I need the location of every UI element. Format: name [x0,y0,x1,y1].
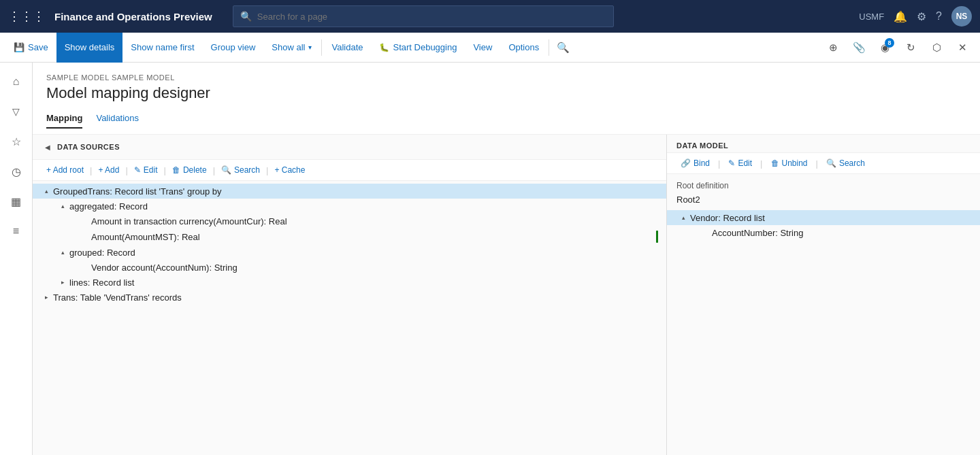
grid-icon[interactable]: ⋮⋮⋮ [8,9,45,24]
sidebar-item-recent[interactable]: ◷ [3,158,30,185]
dm-edit-icon: ✎ [728,158,735,168]
start-debugging-button[interactable]: 🐛 Start Debugging [371,33,465,63]
open-new-icon[interactable]: ⬡ [924,35,949,60]
save-button[interactable]: 💾 Save [5,33,56,63]
ds-toolbar: + Add root | + Add | ✎ Edit | 🗑 Delete [33,159,666,181]
bookmark-icon[interactable]: 📎 [847,35,871,60]
show-name-button[interactable]: Show name first [122,33,202,63]
tree-item-grouped-trans[interactable]: ▴ GroupedTrans: Record list 'Trans' grou… [33,184,666,199]
sidebar: ⌂ ▽ ☆ ◷ ▦ ≡ [0,63,33,455]
dm-tree-label-account-number: AccountNumber: String [712,228,980,238]
sidebar-item-workspace[interactable]: ▦ [3,188,30,215]
tree-label-grouped-trans: GroupedTrans: Record list 'Trans' group … [53,186,666,197]
expand-icon-grouped-trans[interactable]: ▴ [41,186,52,197]
chevron-down-icon: ▾ [308,44,312,51]
validate-button[interactable]: Validate [323,33,371,63]
mapping-content: ◀ DATA SOURCES + Add root | + Add | ✎ Ed… [33,135,980,455]
connect-icon[interactable]: ⊕ [821,35,845,60]
dm-tree-item-account-number[interactable]: ▸ AccountNumber: String [667,225,980,240]
toolbar-divider-1 [321,39,322,56]
tab-mapping[interactable]: Mapping [46,109,82,129]
top-nav-right: USMF 🔔 ⚙ ? NS [859,6,972,27]
badge-button[interactable]: ◉ 8 [872,35,897,60]
debug-icon: 🐛 [379,43,389,52]
search-input[interactable] [257,12,606,22]
sidebar-item-filter[interactable]: ▽ [3,98,30,125]
unbind-icon: 🗑 [771,158,779,168]
expand-icon-aggregated[interactable]: ▴ [57,201,68,212]
close-icon[interactable]: ✕ [950,35,975,60]
tree-item-trans[interactable]: ▸ Trans: Table 'VendTrans' records [33,290,666,305]
breadcrumb: SAMPLE MODEL SAMPLE MODEL [46,73,966,82]
binding-indicator [656,231,658,243]
options-button[interactable]: Options [500,33,547,63]
dm-panel-title: DATA MODEL [667,135,980,152]
sidebar-item-modules[interactable]: ≡ [3,218,30,245]
ds-collapse-btn[interactable]: ◀ [41,140,54,154]
search-ds-button[interactable]: 🔍 Search [216,163,265,178]
group-view-button[interactable]: Group view [203,33,264,63]
ds-tree: ▴ GroupedTrans: Record list 'Trans' grou… [33,181,666,455]
tree-item-grouped[interactable]: ▴ grouped: Record [33,245,666,260]
search-ds-icon: 🔍 [221,165,231,175]
show-details-button[interactable]: Show details [56,33,123,63]
content-area: SAMPLE MODEL SAMPLE MODEL Model mapping … [33,63,980,455]
settings-icon[interactable]: ⚙ [917,10,926,23]
toolbar-right: ⊕ 📎 ◉ 8 ↻ ⬡ ✕ [821,35,975,60]
user-avatar[interactable]: NS [951,6,972,27]
notification-icon[interactable]: 🔔 [894,10,907,23]
expand-icon-grouped[interactable]: ▴ [57,247,68,258]
expand-icon-trans[interactable]: ▸ [41,292,52,303]
top-nav-bar: ⋮⋮⋮ Finance and Operations Preview 🔍 USM… [0,0,980,33]
unbind-button[interactable]: 🗑 Unbind [766,156,813,171]
dm-expand-icon-vendor[interactable]: ▴ [678,212,689,223]
dm-tree: ▴ Vendor: Record list ▸ AccountNumber: S… [667,205,980,455]
dm-tree-item-vendor[interactable]: ▴ Vendor: Record list [667,210,980,225]
global-search-box[interactable]: 🔍 [233,5,614,27]
user-code: USMF [859,12,884,22]
data-sources-panel: ◀ DATA SOURCES + Add root | + Add | ✎ Ed… [33,135,667,455]
show-all-button[interactable]: Show all ▾ [263,33,320,63]
view-button[interactable]: View [465,33,500,63]
add-button[interactable]: + Add [93,163,125,178]
action-toolbar: 💾 Save Show details Show name first Grou… [0,33,980,63]
tree-label-aggregated: aggregated: Record [69,201,666,212]
search-icon: 🔍 [240,11,252,22]
edit-button[interactable]: ✎ Edit [129,163,163,178]
sidebar-item-home[interactable]: ⌂ [3,68,30,95]
bind-button[interactable]: 🔗 Bind [675,156,715,171]
dm-edit-button[interactable]: ✎ Edit [723,156,757,171]
tree-label-lines: lines: Record list [69,277,666,288]
data-model-panel: DATA MODEL 🔗 Bind | ✎ Edit | 🗑 Unbind [667,135,980,455]
badge-count: 8 [885,38,894,48]
expand-icon-lines[interactable]: ▸ [57,277,68,288]
tab-validations[interactable]: Validations [96,109,139,129]
tree-item-vendor-account[interactable]: ▸ Vendor account(AccountNum): String [33,260,666,275]
save-icon: 💾 [14,42,24,52]
tree-item-amount-cur[interactable]: ▸ Amount in transaction currency(AmountC… [33,214,666,229]
tree-label-amount-cur: Amount in transaction currency(AmountCur… [91,216,666,226]
tree-item-amount-mst[interactable]: ▸ Amount(AmountMST): Real [33,229,666,245]
root-definition-value: Root2 [667,195,980,205]
toolbar-divider-2 [549,39,549,56]
sidebar-item-favorites[interactable]: ☆ [3,128,30,155]
edit-icon: ✎ [134,165,141,175]
search-dm-button[interactable]: 🔍 Search [821,156,870,171]
add-root-button[interactable]: + Add root [41,163,89,178]
refresh-icon[interactable]: ↻ [898,35,923,60]
help-icon[interactable]: ? [936,10,942,22]
page-header: SAMPLE MODEL SAMPLE MODEL Model mapping … [33,63,980,135]
ds-panel-title: DATA SOURCES [57,143,120,151]
dm-tree-label-vendor: Vendor: Record list [690,213,980,223]
page-title: Model mapping designer [46,84,966,102]
tree-item-lines[interactable]: ▸ lines: Record list [33,275,666,290]
root-definition-label: Root definition [667,174,980,193]
delete-icon: 🗑 [172,165,180,175]
tree-label-trans: Trans: Table 'VendTrans' records [53,292,666,303]
bind-icon: 🔗 [681,158,691,168]
page-tabs: Mapping Validations [46,109,966,129]
tree-item-aggregated[interactable]: ▴ aggregated: Record [33,199,666,214]
delete-button[interactable]: 🗑 Delete [167,163,212,178]
cache-button[interactable]: + Cache [269,163,310,178]
search-toolbar-icon[interactable]: 🔍 [551,35,575,60]
